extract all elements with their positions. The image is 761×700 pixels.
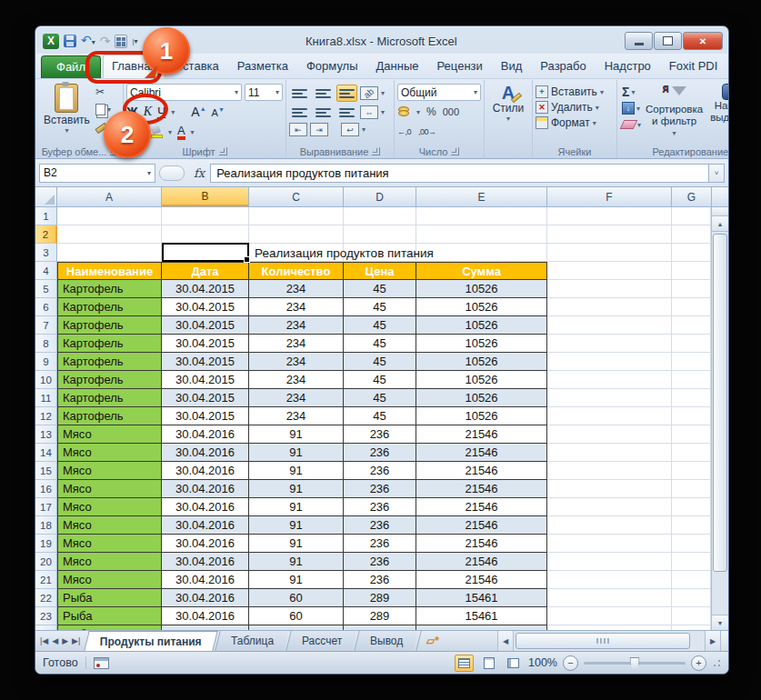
italic-button[interactable]: К <box>144 105 152 119</box>
name-box[interactable]: B2▾ <box>39 164 155 183</box>
cell-B2[interactable] <box>162 225 249 244</box>
restore-button[interactable] <box>654 32 682 50</box>
row-header-12[interactable]: 12 <box>35 407 57 425</box>
percent-style-button[interactable]: % <box>426 105 436 118</box>
align-middle-button[interactable] <box>313 85 334 102</box>
orientation-button[interactable]: ab <box>360 86 378 100</box>
align-top-button[interactable] <box>289 85 310 102</box>
next-sheet-icon[interactable]: ▶ <box>61 636 69 645</box>
cell-C7[interactable]: 234 <box>249 316 344 335</box>
tab-Надстро[interactable]: Надстро <box>596 55 660 78</box>
format-painter-button[interactable] <box>95 119 111 134</box>
cell-D16[interactable]: 236 <box>344 480 416 498</box>
cell-C3[interactable] <box>249 244 344 262</box>
select-all-corner[interactable] <box>35 187 57 206</box>
page-break-view-button[interactable] <box>504 655 523 672</box>
currency-format-icon[interactable] <box>397 106 410 117</box>
fill-button[interactable]: ↓▾ <box>622 102 641 115</box>
cell-A12[interactable]: Картофель <box>57 407 162 425</box>
normal-view-button[interactable] <box>455 655 474 672</box>
row-header-4[interactable]: 4 <box>35 262 57 280</box>
cell-C20[interactable]: 91 <box>249 553 344 571</box>
dialog-launcher-icon[interactable] <box>110 147 118 155</box>
cell-F8[interactable] <box>547 335 672 353</box>
font-color-button[interactable]: А <box>177 125 185 140</box>
cell-E4[interactable]: Сумма <box>416 262 547 280</box>
cell-A7[interactable]: Картофель <box>57 316 162 335</box>
cell-B1[interactable] <box>162 207 249 225</box>
cell-G7[interactable] <box>672 316 711 335</box>
underline-button[interactable]: Ч <box>157 105 165 119</box>
cell-C13[interactable]: 91 <box>249 425 344 444</box>
cell-F14[interactable] <box>547 444 672 462</box>
row-header-8[interactable]: 8 <box>35 335 57 353</box>
cell-C1[interactable] <box>249 207 344 225</box>
cell-D19[interactable]: 236 <box>344 535 416 553</box>
column-header-B[interactable]: B <box>162 187 249 206</box>
expand-formula-bar-icon[interactable]: ˅ <box>708 164 725 183</box>
cell-F2[interactable] <box>547 225 672 244</box>
cell-D10[interactable]: 45 <box>344 371 416 389</box>
cell-G11[interactable] <box>672 389 711 407</box>
number-format-combo[interactable]: Общий▾ <box>397 84 481 101</box>
align-left-button[interactable] <box>289 104 310 121</box>
save-icon[interactable] <box>64 35 76 47</box>
cell-D13[interactable]: 236 <box>344 425 416 444</box>
cell-A20[interactable]: Мясо <box>57 553 162 571</box>
row-header-15[interactable]: 15 <box>35 462 57 480</box>
cell-C8[interactable]: 234 <box>249 335 344 353</box>
resize-grip[interactable] <box>712 658 721 667</box>
cell-F10[interactable] <box>547 371 672 389</box>
cell-E14[interactable]: 21546 <box>416 444 547 462</box>
cell-A3[interactable] <box>57 244 162 262</box>
cell-D6[interactable]: 45 <box>344 298 416 316</box>
cell-F24[interactable] <box>547 625 672 630</box>
cell-E1[interactable] <box>416 207 547 225</box>
macro-record-icon[interactable] <box>94 657 109 669</box>
cell-G8[interactable] <box>672 335 711 353</box>
increase-indent-button[interactable]: ⇥ <box>310 123 328 136</box>
cell-A10[interactable]: Картофель <box>57 371 162 389</box>
cell-G18[interactable] <box>672 516 711 535</box>
cell-F3[interactable] <box>547 244 672 262</box>
cell-C16[interactable]: 91 <box>249 480 344 498</box>
cell-G15[interactable] <box>672 462 711 480</box>
hscroll-left-icon[interactable]: ◀ <box>497 631 513 651</box>
cell-F22[interactable] <box>547 589 672 607</box>
column-header-E[interactable]: E <box>416 187 547 206</box>
tab-Вид[interactable]: Вид <box>492 55 532 78</box>
zoom-level[interactable]: 100% <box>528 656 557 669</box>
cell-A6[interactable]: Картофель <box>57 298 162 316</box>
cell-F21[interactable] <box>547 571 672 589</box>
last-sheet-icon[interactable]: ▶| <box>71 636 81 645</box>
cell-F18[interactable] <box>547 516 672 535</box>
cell-B20[interactable]: 30.04.2016 <box>162 553 249 571</box>
prev-sheet-icon[interactable]: ◀ <box>51 636 59 645</box>
cell-B15[interactable]: 30.04.2016 <box>162 462 249 480</box>
vertical-scrollbar[interactable]: ▲ ▼ <box>711 207 728 630</box>
column-header-A[interactable]: A <box>57 187 162 206</box>
cell-C22[interactable]: 60 <box>249 589 344 607</box>
cell-A5[interactable]: Картофель <box>57 280 162 298</box>
cell-A18[interactable]: Мясо <box>57 516 162 535</box>
cell-F7[interactable] <box>547 316 672 335</box>
cell-E9[interactable]: 10526 <box>416 353 547 371</box>
cell-A17[interactable]: Мясо <box>57 498 162 516</box>
cell-B14[interactable]: 30.04.2016 <box>162 444 249 462</box>
cell-F5[interactable] <box>547 280 672 298</box>
row-header-1[interactable]: 1 <box>35 207 57 225</box>
cell-G10[interactable] <box>672 371 711 389</box>
cell-A1[interactable] <box>57 207 162 225</box>
cell-D17[interactable]: 236 <box>344 498 416 516</box>
cell-F17[interactable] <box>547 498 672 516</box>
sheet-tab-Вывод[interactable]: Вывод <box>355 631 419 651</box>
cell-F16[interactable] <box>547 480 672 498</box>
cell-D3[interactable] <box>344 244 416 262</box>
cell-A24[interactable]: Рыба <box>57 625 162 630</box>
insert-cells-button[interactable]: +Вставить▾ <box>536 85 604 98</box>
cell-G17[interactable] <box>672 498 711 516</box>
cell-B17[interactable]: 30.04.2016 <box>162 498 249 516</box>
cell-D2[interactable] <box>344 225 416 244</box>
row-header-2[interactable]: 2 <box>35 225 57 244</box>
tab-Формулы[interactable]: Формулы <box>297 55 367 78</box>
